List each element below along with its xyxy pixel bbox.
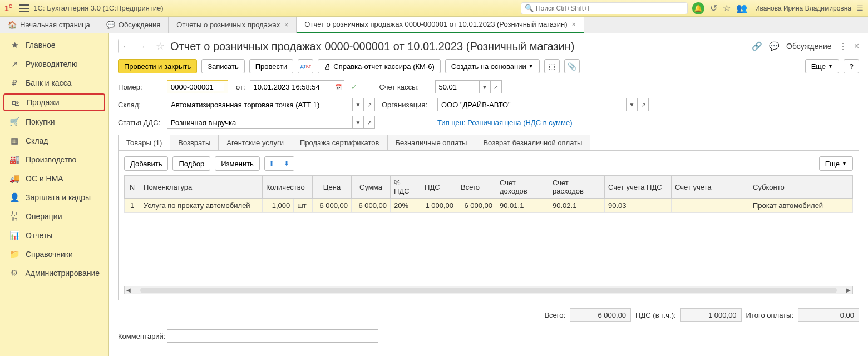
- pick-button[interactable]: Подбор: [172, 156, 210, 171]
- table-wrap[interactable]: N Номенклатура Количество Цена Сумма % Н…: [124, 175, 853, 286]
- tab-reports[interactable]: Отчеты о розничных продажах×: [169, 17, 297, 33]
- sidebar-item-admin[interactable]: ⚙Администрирование: [0, 264, 108, 283]
- table-row[interactable]: 1 Услуга по прокату автомобилей 1,000 шт…: [125, 199, 853, 213]
- sidebar-item-assets[interactable]: 🚚ОС и НМА: [0, 169, 108, 188]
- hamburger-icon[interactable]: [19, 4, 29, 12]
- account-input[interactable]: [439, 83, 476, 91]
- cell-nom[interactable]: Услуга по прокату автомобилей: [140, 199, 263, 213]
- add-button[interactable]: Добавить: [124, 156, 168, 171]
- tab-discussions[interactable]: 💬Обсуждения: [98, 17, 169, 33]
- tab-home[interactable]: 🏠Начальная страница: [0, 17, 98, 33]
- date-field[interactable]: [250, 80, 333, 93]
- cell-price[interactable]: 6 000,00: [313, 199, 352, 213]
- subtab-returns[interactable]: Возвраты: [170, 135, 219, 150]
- sidebar-item-manager[interactable]: ↗Руководителю: [0, 55, 108, 73]
- open-button[interactable]: ↗: [364, 98, 375, 111]
- sidebar-item-reports[interactable]: 📊Отчеты: [0, 226, 108, 245]
- close-icon[interactable]: ×: [572, 21, 576, 28]
- cell-unit[interactable]: шт: [294, 199, 313, 213]
- dropdown-button[interactable]: ▼: [353, 98, 364, 111]
- sidebar-item-production[interactable]: 🏭Производство: [0, 150, 108, 169]
- sidebar-item-purchases[interactable]: 🛒Покупки: [0, 112, 108, 131]
- org-input[interactable]: [441, 101, 623, 109]
- col-n[interactable]: N: [125, 176, 140, 199]
- warehouse-input[interactable]: [171, 101, 349, 109]
- calendar-button[interactable]: 📅: [333, 80, 344, 93]
- dds-field[interactable]: [167, 116, 353, 129]
- warehouse-field[interactable]: [167, 98, 353, 111]
- cell-total[interactable]: 6 000,00: [457, 199, 496, 213]
- discuss-label[interactable]: Обсуждение: [786, 42, 832, 51]
- print-report-button[interactable]: 🖨Справка-отчет кассира (КМ-6): [318, 59, 441, 73]
- col-income[interactable]: Счет доходов: [496, 176, 549, 199]
- col-total[interactable]: Всего: [457, 176, 496, 199]
- scroll-left-icon[interactable]: ◀: [125, 287, 132, 293]
- cell-n[interactable]: 1: [125, 199, 140, 213]
- sidebar-item-catalogs[interactable]: 📁Справочники: [0, 245, 108, 264]
- cell-sum[interactable]: 6 000,00: [352, 199, 391, 213]
- number-input[interactable]: [171, 83, 224, 91]
- dropdown-button[interactable]: ▼: [627, 98, 638, 111]
- cell-subconto[interactable]: Прокат автомобилей: [749, 199, 853, 213]
- close-icon[interactable]: ×: [854, 41, 859, 51]
- subtab-cashless[interactable]: Безналичные оплаты: [388, 135, 476, 150]
- user-icon[interactable]: 👥: [736, 3, 747, 13]
- sidebar-item-operations[interactable]: ДтКтОперации: [0, 207, 108, 226]
- post-button[interactable]: Провести: [249, 59, 294, 73]
- sidebar-item-warehouse[interactable]: ▦Склад: [0, 131, 108, 150]
- link-icon[interactable]: 🔗: [752, 41, 762, 51]
- org-field[interactable]: [437, 98, 627, 111]
- dds-input[interactable]: [171, 118, 349, 127]
- tab-report-detail[interactable]: Отчет о розничных продажах 0000-000001 о…: [297, 17, 584, 33]
- chat-icon[interactable]: 💬: [769, 41, 780, 51]
- subtab-goods[interactable]: Товары (1): [119, 135, 170, 150]
- more-button[interactable]: Еще▼: [805, 59, 839, 73]
- post-close-button[interactable]: Провести и закрыть: [118, 59, 197, 73]
- save-button[interactable]: Записать: [201, 59, 245, 73]
- move-up-button[interactable]: ⬆: [265, 157, 279, 170]
- favorite-icon[interactable]: ☆: [156, 40, 165, 52]
- edit-button[interactable]: Изменить: [215, 156, 260, 171]
- structure-button[interactable]: ⬚: [544, 59, 560, 73]
- scroll-track[interactable]: [140, 288, 837, 293]
- scroll-right-icon[interactable]: ▶: [845, 287, 852, 293]
- col-vatpct[interactable]: % НДС: [391, 176, 421, 199]
- cell-income[interactable]: 90.01.1: [496, 199, 549, 213]
- h-scrollbar[interactable]: ◀ ▶: [124, 286, 853, 294]
- cell-expense[interactable]: 90.02.1: [549, 199, 605, 213]
- cell-vatacc[interactable]: 90.03: [605, 199, 672, 213]
- more-icon[interactable]: ⋮: [839, 41, 847, 52]
- dropdown-button[interactable]: ▼: [480, 80, 491, 93]
- col-qty[interactable]: Количество: [263, 176, 313, 199]
- col-expense[interactable]: Счет расходов: [549, 176, 605, 199]
- col-subconto[interactable]: Субконто: [749, 176, 853, 199]
- account-field[interactable]: [435, 80, 480, 93]
- subtab-certificates[interactable]: Продажа сертификатов: [292, 135, 388, 150]
- close-icon[interactable]: ×: [284, 21, 288, 29]
- dtkt-button[interactable]: ДтКт: [298, 59, 313, 73]
- cell-qty[interactable]: 1,000: [263, 199, 294, 213]
- sidebar-item-sales[interactable]: 🛍Продажи: [3, 93, 105, 111]
- cell-vatpct[interactable]: 20%: [391, 199, 421, 213]
- menu-icon[interactable]: ☰: [857, 4, 864, 12]
- number-field[interactable]: [167, 80, 228, 93]
- col-vat[interactable]: НДС: [421, 176, 457, 199]
- col-vatacc[interactable]: Счет учета НДС: [605, 176, 672, 199]
- star-icon[interactable]: ☆: [723, 3, 731, 13]
- nav-forward-button[interactable]: →: [134, 39, 150, 53]
- sidebar-item-bank[interactable]: ₽Банк и касса: [0, 73, 108, 92]
- comment-field[interactable]: [167, 329, 378, 343]
- sidebar-item-salary[interactable]: 👤Зарплата и кадры: [0, 188, 108, 207]
- col-sum[interactable]: Сумма: [352, 176, 391, 199]
- sub-more-button[interactable]: Еще▼: [819, 156, 853, 171]
- history-icon[interactable]: ↺: [710, 3, 717, 13]
- search-box[interactable]: 🔍: [521, 2, 688, 14]
- user-name[interactable]: Иванова Ирина Владимировна: [755, 4, 851, 12]
- cell-acc[interactable]: [672, 199, 749, 213]
- dropdown-button[interactable]: ▼: [353, 116, 364, 129]
- sidebar-item-main[interactable]: ★Главное: [0, 36, 108, 55]
- search-input[interactable]: [536, 4, 684, 12]
- nav-back-button[interactable]: ←: [119, 39, 134, 53]
- help-button[interactable]: ?: [844, 59, 859, 73]
- attach-button[interactable]: 📎: [564, 59, 580, 73]
